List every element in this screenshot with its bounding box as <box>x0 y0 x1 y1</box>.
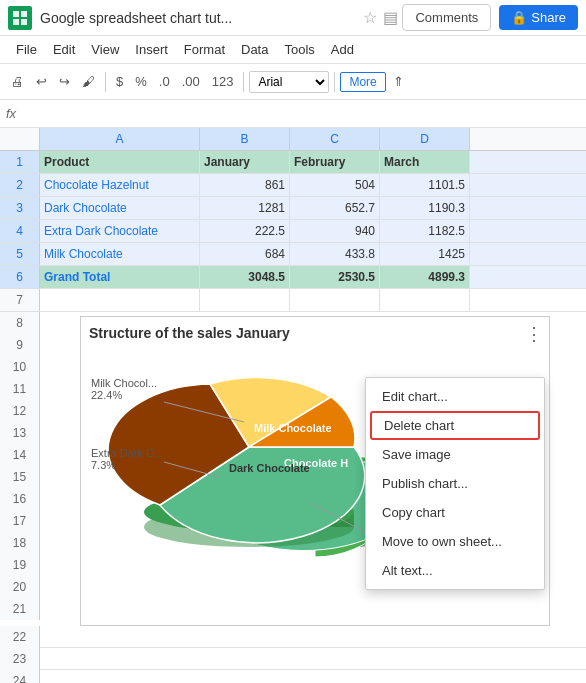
chart-container: Structure of the sales January ⋮ <box>80 316 550 626</box>
row-num-17: 17 <box>0 510 40 532</box>
comments-button[interactable]: Comments <box>402 4 491 31</box>
menu-item-publish-chart[interactable]: Publish chart... <box>366 469 544 498</box>
col-header-d[interactable]: D <box>380 128 470 150</box>
chart-options-button[interactable]: ⋮ <box>525 323 543 345</box>
cell-a6[interactable]: Grand Total <box>40 266 200 288</box>
cell-c6[interactable]: 2530.5 <box>290 266 380 288</box>
empty-cells-below <box>40 626 586 683</box>
table-row: 5 Milk Chocolate 684 433.8 1425 <box>0 243 586 266</box>
cell-c4[interactable]: 940 <box>290 220 380 242</box>
rows-below-chart: 22 23 24 25 26 <box>0 626 586 683</box>
cell-d6[interactable]: 4899.3 <box>380 266 470 288</box>
row-num-5: 5 <box>0 243 40 265</box>
row-num-15: 15 <box>0 466 40 488</box>
folder-icon[interactable]: ▤ <box>383 8 398 27</box>
row-num-12: 12 <box>0 400 40 422</box>
empty-row-23 <box>40 648 586 670</box>
svg-text:Dark Chocolate: Dark Chocolate <box>229 462 310 474</box>
formula-input[interactable] <box>24 106 580 121</box>
row-num-4: 4 <box>0 220 40 242</box>
cell-d3[interactable]: 1190.3 <box>380 197 470 219</box>
decimal-inc-button[interactable]: .00 <box>177 71 205 92</box>
row-num-13: 13 <box>0 422 40 444</box>
more-button[interactable]: More <box>340 72 385 92</box>
print-button[interactable]: 🖨 <box>6 71 29 92</box>
col-header-c[interactable]: C <box>290 128 380 150</box>
toolbar-divider-1 <box>105 72 106 92</box>
row-num-14: 14 <box>0 444 40 466</box>
row-num-3: 3 <box>0 197 40 219</box>
cell-c7[interactable] <box>290 289 380 311</box>
cell-d7[interactable] <box>380 289 470 311</box>
menu-data[interactable]: Data <box>233 39 276 60</box>
row-num-21: 21 <box>0 598 40 620</box>
star-icon[interactable]: ☆ <box>363 8 377 27</box>
lock-icon: 🔒 <box>511 10 527 25</box>
decimal-dec-button[interactable]: .0 <box>154 71 175 92</box>
chart-row-container: 8 9 10 11 12 13 14 15 16 17 18 19 20 21 … <box>0 312 586 626</box>
cell-a4[interactable]: Extra Dark Chocolate <box>40 220 200 242</box>
redo-button[interactable]: ↪ <box>54 71 75 92</box>
svg-text:Milk Chocolate: Milk Chocolate <box>254 422 332 434</box>
row-num-20: 20 <box>0 576 40 598</box>
cell-a1[interactable]: Product <box>40 151 200 173</box>
row-nums-below: 22 23 24 25 26 <box>0 626 40 683</box>
cell-b3[interactable]: 1281 <box>200 197 290 219</box>
cell-a3[interactable]: Dark Chocolate <box>40 197 200 219</box>
currency-button[interactable]: $ <box>111 71 128 92</box>
table-row: 4 Extra Dark Chocolate 222.5 940 1182.5 <box>0 220 586 243</box>
row-num-19: 19 <box>0 554 40 576</box>
cell-b6[interactable]: 3048.5 <box>200 266 290 288</box>
cell-b1[interactable]: January <box>200 151 290 173</box>
cell-c1[interactable]: February <box>290 151 380 173</box>
cell-d4[interactable]: 1182.5 <box>380 220 470 242</box>
row-num-18: 18 <box>0 532 40 554</box>
menu-item-edit-chart[interactable]: Edit chart... <box>366 382 544 411</box>
menu-tools[interactable]: Tools <box>276 39 322 60</box>
font-selector[interactable]: Arial <box>249 71 329 93</box>
cell-a2[interactable]: Chocolate Hazelnut <box>40 174 200 196</box>
col-header-b[interactable]: B <box>200 128 290 150</box>
cell-a7[interactable] <box>40 289 200 311</box>
cell-b4[interactable]: 222.5 <box>200 220 290 242</box>
corner-header <box>0 128 40 150</box>
cell-c2[interactable]: 504 <box>290 174 380 196</box>
menu-format[interactable]: Format <box>176 39 233 60</box>
toolbar: 🖨 ↩ ↪ 🖌 $ % .0 .00 123 Arial More ⇑ <box>0 64 586 100</box>
cell-b7[interactable] <box>200 289 290 311</box>
cell-d2[interactable]: 1101.5 <box>380 174 470 196</box>
menu-item-alt-text[interactable]: Alt text... <box>366 556 544 585</box>
cell-d5[interactable]: 1425 <box>380 243 470 265</box>
undo-button[interactable]: ↩ <box>31 71 52 92</box>
format-paint-button[interactable]: 🖌 <box>77 71 100 92</box>
row-num-6: 6 <box>0 266 40 288</box>
cell-c5[interactable]: 433.8 <box>290 243 380 265</box>
percent-button[interactable]: % <box>130 71 152 92</box>
menu-item-move-sheet[interactable]: Move to own sheet... <box>366 527 544 556</box>
menu-item-delete-chart[interactable]: Delete chart <box>370 411 540 440</box>
menu-add[interactable]: Add <box>323 39 362 60</box>
col-header-a[interactable]: A <box>40 128 200 150</box>
context-menu: Edit chart... Delete chart Save image Pu… <box>365 377 545 590</box>
table-row: 2 Chocolate Hazelnut 861 504 1101.5 <box>0 174 586 197</box>
cell-b5[interactable]: 684 <box>200 243 290 265</box>
menu-insert[interactable]: Insert <box>127 39 176 60</box>
cell-b2[interactable]: 861 <box>200 174 290 196</box>
cell-a5[interactable]: Milk Chocolate <box>40 243 200 265</box>
menu-item-save-image[interactable]: Save image <box>366 440 544 469</box>
cell-d1[interactable]: March <box>380 151 470 173</box>
row-num-8: 8 <box>0 312 40 334</box>
share-button[interactable]: 🔒 Share <box>499 5 578 30</box>
toolbar-divider-3 <box>334 72 335 92</box>
collapse-button[interactable]: ⇑ <box>388 71 409 92</box>
menu-file[interactable]: File <box>8 39 45 60</box>
row-num-1: 1 <box>0 151 40 173</box>
menu-edit[interactable]: Edit <box>45 39 83 60</box>
document-title: Google spreadsheet chart tut... <box>40 10 357 26</box>
cell-c3[interactable]: 652.7 <box>290 197 380 219</box>
menu-view[interactable]: View <box>83 39 127 60</box>
menu-item-copy-chart[interactable]: Copy chart <box>366 498 544 527</box>
format-123-button[interactable]: 123 <box>207 71 239 92</box>
row-num-16: 16 <box>0 488 40 510</box>
toolbar-divider-2 <box>243 72 244 92</box>
